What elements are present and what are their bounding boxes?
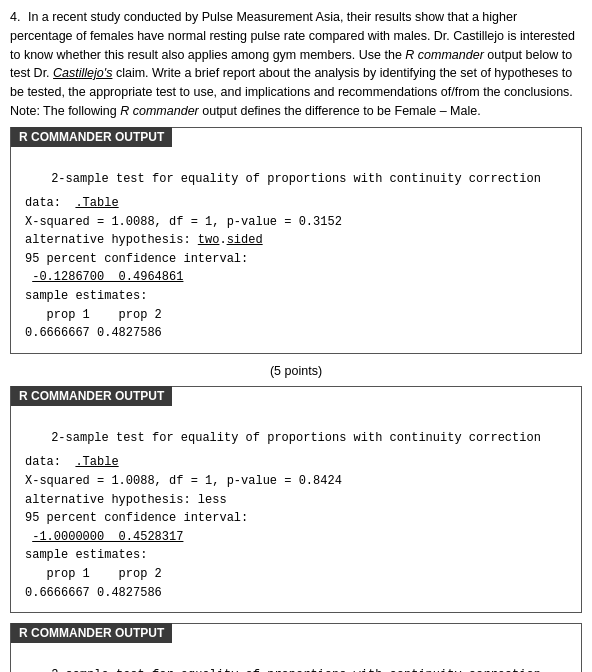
r-output-box-1: R COMMANDER OUTPUT 2-sample test for equ… (10, 127, 582, 354)
ci-2: -1.0000000 0.4528317 (32, 530, 183, 544)
table-ref-1: .Table (75, 196, 118, 210)
r-output-box-2: R COMMANDER OUTPUT 2-sample test for equ… (10, 386, 582, 613)
intro-text-part4: output defines the difference to be Fema… (199, 104, 481, 118)
r-output-content-1: 2-sample test for equality of proportion… (11, 150, 581, 353)
castillejo-name: Castillejo's (53, 66, 112, 80)
r-output-title-3: 2-sample test for equality of proportion… (25, 666, 567, 672)
r-output-content-3: 2-sample test for equality of proportion… (11, 646, 581, 672)
r-output-line-1-4: 95 percent confidence interval: (25, 250, 567, 269)
r-output-line-2-3: alternative hypothesis: less (25, 491, 567, 510)
r-output-header-3: R COMMANDER OUTPUT (11, 623, 172, 643)
r-output-line-1-5: -0.1286700 0.4964861 (25, 268, 567, 287)
intro-number: 4. (10, 10, 20, 24)
r-output-header-2: R COMMANDER OUTPUT (11, 386, 172, 406)
r-output-line-2-1: data: .Table (25, 453, 567, 472)
r-output-header-wrap-2: R COMMANDER OUTPUT (11, 387, 581, 409)
r-output-line-2-4: 95 percent confidence interval: (25, 509, 567, 528)
r-output-line-2-8: 0.6666667 0.4827586 (25, 584, 567, 603)
alt-hyp-1b: sided (227, 233, 263, 247)
r-output-line-1-8: 0.6666667 0.4827586 (25, 324, 567, 343)
r-output-line-2-2: X-squared = 1.0088, df = 1, p-value = 0.… (25, 472, 567, 491)
alt-hyp-1: two (198, 233, 220, 247)
r-output-box-3: R COMMANDER OUTPUT 2-sample test for equ… (10, 623, 582, 672)
r-output-header-1: R COMMANDER OUTPUT (11, 127, 172, 147)
r-output-title-1: 2-sample test for equality of proportion… (25, 170, 567, 189)
r-output-line-2-7: prop 1 prop 2 (25, 565, 567, 584)
r-output-line-2-5: -1.0000000 0.4528317 (25, 528, 567, 547)
r-commander-ref2: R commander (120, 104, 199, 118)
r-output-header-wrap-3: R COMMANDER OUTPUT (11, 624, 581, 646)
intro-paragraph: 4. In a recent study conducted by Pulse … (10, 8, 582, 121)
r-output-line-2-6: sample estimates: (25, 546, 567, 565)
r-output-content-2: 2-sample test for equality of proportion… (11, 409, 581, 612)
ci-1: -0.1286700 0.4964861 (32, 270, 183, 284)
r-output-header-wrap-1: R COMMANDER OUTPUT (11, 128, 581, 150)
r-output-line-1-2: X-squared = 1.0088, df = 1, p-value = 0.… (25, 213, 567, 232)
table-ref-2: .Table (75, 455, 118, 469)
r-output-line-1-7: prop 1 prop 2 (25, 306, 567, 325)
r-output-title-2: 2-sample test for equality of proportion… (25, 429, 567, 448)
r-output-line-1-6: sample estimates: (25, 287, 567, 306)
r-output-line-1-1: data: .Table (25, 194, 567, 213)
r-commander-ref1: R commander (405, 48, 484, 62)
r-output-line-1-3: alternative hypothesis: two.sided (25, 231, 567, 250)
points-label: (5 points) (10, 364, 582, 378)
